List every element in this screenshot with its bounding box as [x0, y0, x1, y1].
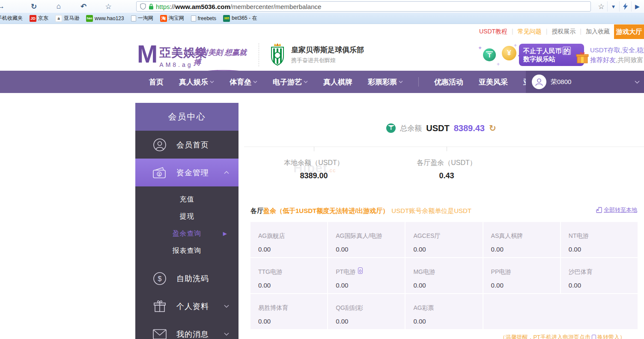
bookmark-taobao[interactable]: 淘淘宝网 — [160, 15, 184, 22]
yen-coin-icon: ¥ — [502, 46, 516, 60]
chevron-down-icon — [224, 305, 229, 308]
chevron-up-icon — [224, 171, 229, 174]
page-icon — [191, 15, 196, 21]
undo-icon[interactable]: ↶ — [78, 2, 89, 11]
home-icon[interactable]: ⌂ — [53, 2, 64, 11]
favorite-star-icon[interactable]: ☆ — [595, 1, 607, 12]
submenu-withdraw[interactable]: 提现 — [135, 208, 239, 225]
sidebar-item-messages[interactable]: 我的消息 — [135, 320, 239, 339]
bookmark-hao123[interactable]: haowww.hao123 — [86, 15, 124, 22]
user-menu[interactable]: 荣0800 — [526, 71, 644, 93]
sparkle-icon: + — [497, 61, 500, 67]
halls-balance-value: 0.43 — [439, 171, 454, 180]
link-faq[interactable]: 常见问题 — [518, 28, 542, 35]
pt-reminder-note: （温馨提醒，PT手机进入电游页点击换转带入） — [500, 333, 625, 339]
bookmark-bet365[interactable]: 365bet365 - 在 — [223, 15, 257, 22]
total-balance-currency: USDT — [426, 123, 449, 133]
partner-subtitle: 携手奋进共创辉煌 — [291, 57, 364, 64]
promo-text: USDT存取,安全,稳定 推荐好友,共同致富 — [590, 45, 644, 65]
nav-slots[interactable]: 电子游艺 — [273, 77, 308, 87]
chevron-down-icon — [399, 81, 403, 83]
chevron-down-icon — [304, 81, 308, 83]
bookmarks-bar: 手机收藏夹 JD京东 a亚马逊 haowww.hao123 一淘网 淘淘宝网 f… — [0, 13, 644, 24]
bookmark-amazon[interactable]: a亚马逊 — [55, 15, 79, 22]
link-usdt-tutorial[interactable]: USDT教程 — [479, 28, 507, 35]
refresh-balance-icon[interactable]: ↻ — [489, 123, 496, 133]
transfer-in-icon — [596, 207, 602, 213]
taobao-icon: 淘 — [160, 15, 167, 22]
nav-divider — [418, 77, 419, 87]
lightning-icon[interactable] — [619, 1, 631, 12]
nav-showcase[interactable]: 亚美风采 — [479, 77, 508, 87]
svg-text:$: $ — [158, 172, 160, 176]
nav-lottery[interactable]: 彩票彩票 — [368, 77, 403, 87]
logo-m-mark: M — [137, 42, 156, 68]
submenu-report-query[interactable]: 报表查询 — [135, 242, 239, 259]
partner-title: 皇家贝蒂斯足球俱乐部 — [291, 45, 364, 55]
bookmark-etao[interactable]: 一淘网 — [131, 15, 153, 22]
link-license[interactable]: 授权展示 — [552, 28, 575, 35]
betis-crest-icon — [269, 43, 286, 66]
hall-cell: PP电游0.00 — [483, 258, 560, 293]
nav-poker[interactable]: 真人棋牌 — [323, 77, 352, 87]
gift-icon — [576, 52, 589, 66]
transfer-all-link[interactable]: 全部转至本地 — [596, 206, 637, 214]
local-balance-value: 8389.00 — [300, 171, 328, 180]
forward-icon[interactable]: → — [0, 2, 3, 11]
header-divider — [259, 43, 259, 66]
bookmark-star-icon[interactable]: ☆ — [103, 2, 114, 11]
sparkle-icon: ✦ — [478, 45, 482, 51]
nav-promotions[interactable]: 优惠活动 — [434, 77, 463, 87]
game-hall-button[interactable]: 游戏大厅 — [614, 24, 644, 39]
username: 荣0800 — [551, 78, 571, 86]
sidebar-item-funds[interactable]: $ 资金管理 — [135, 159, 239, 186]
play-icon[interactable]: ▶ — [631, 1, 643, 12]
nav-sports[interactable]: 体育垒 — [230, 77, 257, 87]
hall-cell: AS真人棋牌0.00 — [483, 222, 560, 257]
amazon-icon: a — [55, 15, 62, 22]
total-balance-value: 8389.43 — [454, 123, 485, 133]
jd-icon: JD — [30, 15, 36, 22]
section-header: 各厅盈余（低于1USDT额度无法转进/出游戏厅）USDT账号余额单位是USDT — [250, 207, 471, 215]
submenu-deposit[interactable]: 充值 — [135, 191, 239, 208]
bet365-icon: 365 — [223, 15, 230, 22]
chevron-down-icon — [210, 81, 214, 83]
hall-cell: NT电游0.00 — [561, 222, 638, 257]
svg-text:$: $ — [158, 275, 162, 282]
divider: | — [546, 28, 548, 35]
hall-cell: 易胜博体育0.00 — [250, 294, 327, 329]
member-sidebar: 会员中心 会员首页 $ 资金管理 充值 提现 盈余查询▶ 报表查询 $ 自助洗码… — [135, 103, 239, 339]
hall-cell: MG电游0.00 — [405, 258, 482, 293]
url-text: https://www.am5036.com/membercenter/memb… — [156, 3, 321, 10]
bookmark-mobile-favorites[interactable]: 手机收藏夹 — [0, 15, 23, 22]
bookmark-freebets[interactable]: freebets — [191, 15, 216, 21]
avatar — [532, 75, 546, 89]
sidebar-item-member-home[interactable]: 会员首页 — [135, 131, 239, 159]
converter-icon — [592, 335, 596, 339]
sidebar-title: 会员中心 — [135, 103, 239, 131]
link-add-favorite[interactable]: 加入收藏 — [586, 28, 610, 35]
total-balance-row: T 总余额 USDT 8389.43 ↻ — [239, 123, 644, 133]
submenu-balance-query[interactable]: 盈余查询▶ — [135, 225, 239, 242]
bookmark-jd[interactable]: JD京东 — [30, 15, 48, 22]
funds-submenu: 充值 提现 盈余查询▶ 报表查询 — [135, 186, 239, 264]
browser-chrome: → ↻ ⌂ ↶ ☆ https://www.am5036.com/memberc… — [0, 0, 644, 13]
nav-home[interactable]: 首页 — [149, 77, 164, 87]
breakdown-tick — [314, 147, 314, 151]
nav-live-casino[interactable]: 真人娱乐 — [179, 77, 214, 87]
sidebar-item-rebate[interactable]: $ 自助洗码 — [135, 264, 239, 292]
hao123-icon: hao — [86, 15, 93, 22]
chevron-down-icon — [253, 81, 257, 83]
utility-links: USDT教程|常见问题|授权展示|加入收藏 — [479, 28, 610, 36]
refresh-icon[interactable]: ↻ — [28, 2, 39, 11]
dropdown-icon[interactable]: ▾ — [607, 1, 619, 12]
url-bar[interactable]: https://www.am5036.com/membercenter/memb… — [136, 1, 591, 12]
sparkle-icon: + — [514, 42, 517, 48]
chevron-down-icon — [635, 81, 640, 84]
hall-cell-empty — [483, 294, 638, 329]
pt-mobile-icon[interactable] — [358, 267, 363, 274]
promo-bubble: 不止于人民币的 数字娱乐站 — [519, 44, 584, 66]
sidebar-item-profile[interactable]: 个人资料 — [135, 292, 239, 320]
partner-block: 皇家贝蒂斯足球俱乐部 携手奋进共创辉煌 — [269, 43, 364, 66]
gift-box-icon — [152, 300, 167, 313]
